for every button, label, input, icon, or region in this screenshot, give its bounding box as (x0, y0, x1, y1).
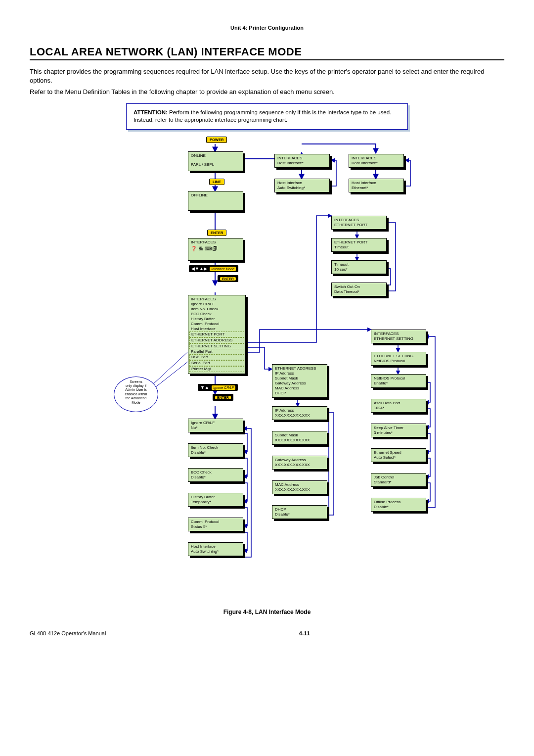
spd-l1: Ethernet Speed (374, 450, 423, 455)
text-interfaces-title: INTERFACES (191, 297, 243, 302)
ea-l1: ETHERNET ADDRESS (275, 366, 324, 371)
nb-l1: NetBIOS Protocol (374, 376, 423, 381)
li-comm-protocol: Comm. Protocol (191, 322, 243, 327)
kat-l2: 3 minutes* (374, 430, 423, 435)
node-gateway: Gateway Address XXX.XXX.XXX.XXX (272, 456, 327, 470)
op-l2: Disable* (374, 505, 423, 510)
li-ethernet-setting: ETHERNET SETTING (189, 343, 244, 349)
n-bcc-l2: Disable* (191, 475, 240, 480)
text-online: ONLINE (191, 153, 240, 158)
n-ignore-l1: Ignore CR/LF (191, 421, 240, 425)
node-dhcp: DHCP Disable* (272, 505, 327, 519)
node-hist-setting: History Buffer Temporary* (188, 493, 243, 507)
li-item-no-check: Item No. Check (191, 307, 243, 312)
to-l2: 10 sec* (334, 267, 384, 272)
mac-l1: MAC Address (275, 482, 324, 487)
op-l1: Offline Process (374, 500, 423, 505)
ep-l1: INTERFACES (334, 218, 384, 223)
n-bcc-l1: BCC Check (191, 470, 240, 475)
esn-l1: ETHERNET SETTING (374, 354, 423, 359)
nav-arrows-1: ◀▼▲▶ Interface Mode (189, 265, 238, 272)
dhcp-l2: Disable* (275, 512, 324, 517)
node-keepalive: Keep Alive Timer 3 minutes* (371, 424, 426, 437)
ept-l2: Timeout (334, 245, 384, 250)
figure-caption: Figure 4-8, LAN Interface Mode (30, 609, 504, 615)
adp-l1: Ascii Data Port (374, 401, 423, 406)
heading-rule (30, 59, 504, 60)
node-ep-timeout: ETHERNET PORT Timeout (331, 238, 387, 252)
power-button: POWER (206, 137, 227, 143)
attention-label: ATTENTION: (134, 109, 168, 115)
ip-l2: XXX.XXX.XXX.XXX (275, 413, 324, 418)
node-bcc-setting: BCC Check Disable* (188, 468, 243, 482)
interface-icons-row: ❓ 🖶 ⌨ 🗐 (191, 246, 240, 252)
ep-l2: ETHERNET PORT (334, 223, 384, 228)
gw-l2: XXX.XXX.XXX.XXX (275, 463, 324, 468)
enter-small-1: ENTER (220, 277, 236, 281)
c3a-hi-l2: Ethernet* (352, 186, 401, 190)
node-c2a-interfaces: INTERFACES Host Interface* (274, 154, 330, 168)
li-ignore-crlf: Ignore CR/LF (191, 302, 243, 307)
body-paragraph-1: This chapter provides the programming se… (30, 67, 504, 85)
es-l2: ETHERNET SETTING (374, 336, 423, 341)
li-printer-mgt: Printer Mgt (189, 366, 244, 372)
text-offline: OFFLINE (191, 193, 240, 198)
ignore-crlf-label: Ignore CR/LF (212, 385, 235, 390)
flowchart-diagram: POWER ONLINE PARL / SBPL LINE OFFLINE EN… (89, 137, 445, 602)
node-interfaces-list: INTERFACES Ignore CR/LF Item No. Check B… (188, 295, 246, 374)
li-bcc-check: BCC Check (191, 312, 243, 317)
text-parl-sbpl: PARL / SBPL (191, 162, 240, 167)
nav-enter-2: ENTER (213, 394, 233, 401)
node-offline: OFFLINE (188, 191, 243, 211)
flowchart-connectors (89, 137, 445, 602)
dhcp-l1: DHCP (275, 507, 324, 512)
unit-header: Unit 4: Printer Configuration (30, 25, 504, 31)
node-comm-setting: Comm. Protocol Status 5* (188, 518, 243, 531)
adp-l2: 1024* (374, 406, 423, 411)
n-host-l2: Auto Switching* (191, 549, 240, 554)
c2a-hi-l2: Auto Switching* (277, 186, 327, 190)
svg-line-14 (153, 352, 188, 384)
es-l1: INTERFACES (374, 331, 423, 336)
node-host-setting: Host Interface Auto Switching* (188, 542, 243, 556)
attention-text: Perform the following programming sequen… (134, 109, 391, 123)
nav-enter-1: ENTER (218, 275, 238, 282)
node-ethspeed: Ethernet Speed Auto Select* (371, 448, 426, 462)
c2a-hi-l1: Host Interface (277, 181, 327, 186)
n-comm-l2: Status 5* (191, 524, 240, 529)
node-interfaces-icons: INTERFACES ❓ 🖶 ⌨ 🗐 (188, 238, 243, 261)
node-c3a-host: Host Interface Ethernet* (349, 179, 404, 192)
node-c3a-interfaces: INTERFACES Host Interface* (349, 154, 404, 168)
node-online: ONLINE PARL / SBPL (188, 151, 243, 171)
n-hist-l1: History Buffer (191, 495, 240, 500)
li-usb-port: USB Port (189, 354, 244, 360)
sm-l1: Subnet Mask (275, 433, 324, 438)
callout-l3: Admin User is (116, 388, 156, 392)
jc-l2: Standard* (374, 480, 423, 485)
c2a-if-l1: INTERFACES (277, 156, 327, 161)
node-ascii-port: Ascii Data Port 1024* (371, 399, 426, 413)
li-history-buffer: History Buffer (191, 317, 243, 322)
c3a-if-l2: Host Interface* (352, 161, 401, 166)
node-timeout: Timeout 10 sec* (331, 260, 387, 274)
attention-box: ATTENTION: Perform the following program… (126, 103, 408, 130)
callout-l5: the Advanced (116, 396, 156, 400)
node-item-setting: Item No. Check Disable* (188, 443, 243, 457)
to-l1: Timeout (334, 262, 384, 267)
callout-l2: only display if (116, 384, 156, 388)
node-ep-head: INTERFACES ETHERNET PORT (331, 216, 387, 230)
callout-l1: Screens (116, 380, 156, 384)
callout-l6: Mode (116, 401, 156, 405)
esn-l2: NetBIOS Protocol (374, 359, 423, 364)
page-title: LOCAL AREA NETWORK (LAN) INTERFACE MODE (30, 46, 504, 58)
node-c2a-host: Host Interface Auto Switching* (274, 179, 330, 192)
node-netbios: NetBIOS Protocol Enable* (371, 374, 426, 388)
node-jobcontrol: Job Control Standard* (371, 473, 426, 487)
n-item-l1: Item No. Check (191, 445, 240, 450)
text-interfaces: INTERFACES (191, 240, 240, 245)
enter-small-2: ENTER (215, 396, 231, 399)
ea-i1: Subnet Mask (275, 376, 324, 381)
node-subnet: Subnet Mask XXX.XXX.XXX.XXX (272, 431, 327, 445)
footer-left: GL408-412e Operator's Manual (30, 630, 106, 636)
node-ip: IP Address XXX.XXX.XXX.XXX (272, 406, 327, 420)
